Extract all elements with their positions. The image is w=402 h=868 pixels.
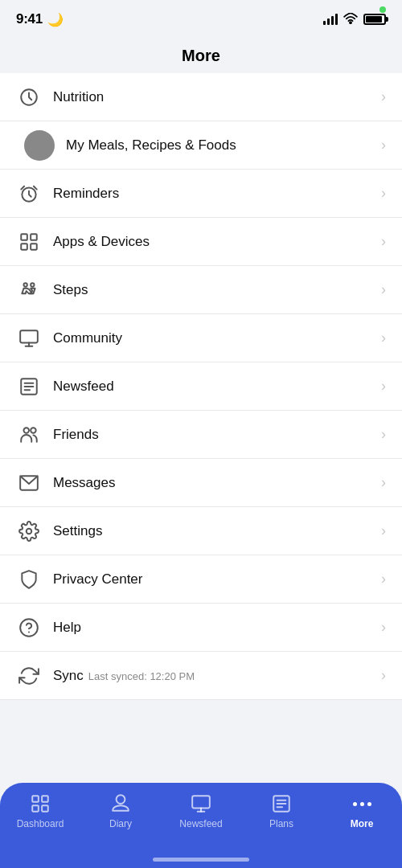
tab-newsfeed[interactable]: Newsfeed	[161, 792, 241, 829]
status-bar: 9:41 🌙	[0, 0, 402, 35]
steps-icon	[16, 277, 42, 303]
newsfeed-tab-icon	[190, 792, 212, 815]
menu-item-nutrition[interactable]: Nutrition ›	[0, 73, 402, 121]
tab-label-newsfeed: Newsfeed	[179, 818, 222, 829]
chevron-icon: ›	[381, 522, 386, 539]
menu-label-community: Community	[53, 330, 381, 346]
status-time: 9:41	[16, 11, 43, 27]
news-icon	[16, 374, 42, 399]
dashboard-tab-icon	[29, 792, 51, 815]
tab-label-more: More	[351, 818, 374, 829]
menu-item-community[interactable]: Community ›	[0, 314, 402, 362]
svg-point-19	[27, 528, 32, 534]
menu-item-steps[interactable]: Steps ›	[0, 266, 402, 314]
green-dot	[379, 6, 386, 13]
sync-sublabel: Last synced: 12:20 PM	[88, 670, 195, 682]
chevron-icon: ›	[381, 378, 386, 395]
grid-icon	[16, 229, 42, 255]
menu-item-apps[interactable]: Apps & Devices ›	[0, 218, 402, 266]
chevron-icon: ›	[381, 667, 386, 684]
svg-rect-6	[31, 234, 37, 240]
signal-icon	[323, 14, 338, 25]
menu-item-settings[interactable]: Settings ›	[0, 507, 402, 555]
tab-label-diary: Diary	[109, 818, 132, 829]
svg-rect-24	[32, 805, 39, 812]
chevron-icon: ›	[381, 426, 386, 443]
menu-item-privacy[interactable]: Privacy Center ›	[0, 555, 402, 604]
menu-label-sync: SyncLast synced: 12:20 PM	[53, 668, 381, 684]
menu-item-reminders[interactable]: Reminders ›	[0, 170, 402, 218]
chevron-icon: ›	[381, 281, 386, 298]
menu-label-newsfeed: Newsfeed	[53, 379, 381, 395]
tab-more[interactable]: More	[322, 792, 402, 829]
svg-rect-5	[21, 234, 27, 240]
menu-label-apps: Apps & Devices	[53, 234, 381, 250]
status-icons	[323, 13, 386, 27]
svg-point-16	[24, 428, 30, 433]
clock-icon	[16, 84, 42, 110]
plans-tab-icon	[270, 792, 293, 815]
page-title: More	[0, 35, 402, 73]
menu-label-steps: Steps	[53, 282, 381, 298]
menu-label-messages: Messages	[53, 475, 381, 491]
chevron-icon: ›	[381, 233, 386, 250]
menu-item-friends[interactable]: Friends ›	[0, 411, 402, 459]
menu-label-friends: Friends	[53, 427, 381, 443]
menu-label-reminders: Reminders	[53, 186, 381, 202]
chevron-icon: ›	[381, 330, 386, 346]
svg-rect-23	[42, 796, 48, 802]
tab-bar: Dashboard Diary Newsfeed Plans More	[0, 783, 402, 868]
chevron-icon: ›	[381, 137, 386, 154]
chevron-icon: ›	[381, 571, 386, 588]
chevron-icon: ›	[381, 619, 386, 636]
mail-icon	[16, 470, 42, 496]
monitor-icon	[16, 326, 42, 351]
menu-list: Nutrition › My Meals, Recipes & Foods › …	[0, 73, 402, 700]
menu-label-help: Help	[53, 620, 381, 636]
svg-point-20	[20, 619, 38, 637]
svg-rect-9	[20, 330, 38, 342]
chevron-icon: ›	[381, 185, 386, 202]
wifi-icon	[343, 13, 358, 27]
avatar	[24, 130, 55, 161]
menu-item-meals[interactable]: My Meals, Recipes & Foods ›	[0, 121, 402, 170]
menu-label-meals: My Meals, Recipes & Foods	[53, 137, 381, 154]
tab-dashboard[interactable]: Dashboard	[0, 792, 80, 829]
alarm-icon	[16, 181, 42, 207]
menu-item-newsfeed[interactable]: Newsfeed ›	[0, 362, 402, 411]
home-indicator	[153, 858, 249, 862]
svg-point-17	[31, 428, 35, 433]
chevron-icon: ›	[381, 474, 386, 491]
sync-icon	[16, 663, 42, 689]
svg-rect-26	[192, 796, 210, 808]
help-icon	[16, 615, 42, 641]
more-tab-icon	[351, 792, 373, 815]
svg-rect-25	[42, 805, 48, 812]
diary-tab-icon	[109, 792, 132, 815]
menu-item-messages[interactable]: Messages ›	[0, 459, 402, 507]
menu-label-nutrition: Nutrition	[53, 89, 381, 105]
svg-rect-22	[32, 796, 39, 802]
battery-icon	[363, 14, 386, 25]
tab-label-plans: Plans	[269, 818, 293, 829]
settings-icon	[16, 518, 42, 544]
svg-rect-8	[31, 244, 37, 250]
tab-diary[interactable]: Diary	[80, 792, 161, 829]
friends-icon	[16, 422, 42, 448]
menu-item-sync[interactable]: SyncLast synced: 12:20 PM ›	[0, 652, 402, 700]
menu-label-privacy: Privacy Center	[53, 571, 381, 588]
shield-icon	[16, 567, 42, 592]
svg-point-0	[350, 22, 351, 23]
tab-plans[interactable]: Plans	[241, 792, 322, 829]
menu-item-help[interactable]: Help ›	[0, 604, 402, 652]
chevron-icon: ›	[381, 88, 386, 105]
menu-label-settings: Settings	[53, 523, 381, 539]
tab-label-dashboard: Dashboard	[17, 818, 64, 829]
moon-icon: 🌙	[47, 12, 64, 27]
svg-rect-7	[21, 244, 27, 250]
